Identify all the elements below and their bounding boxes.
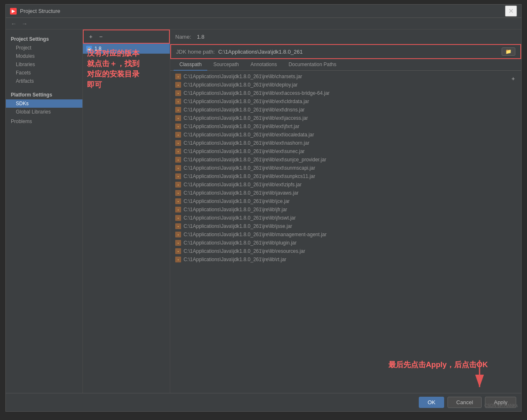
jar-icon: ▪ <box>175 198 181 204</box>
file-item[interactable]: ▪C:\1Applications\Java\jdk1.8.0_261\jre\… <box>170 131 521 139</box>
sidebar-item-modules[interactable]: Modules <box>6 52 82 60</box>
file-item[interactable]: ▪C:\1Applications\Java\jdk1.8.0_261\jre\… <box>170 122 521 131</box>
jar-icon: ▪ <box>175 124 181 129</box>
sidebar-item-project[interactable]: Project <box>6 44 82 52</box>
jdk-path-label: JDK home path: <box>176 49 215 55</box>
jar-icon: ▪ <box>175 207 181 212</box>
sidebar-item-global-libraries[interactable]: Global Libraries <box>6 108 82 116</box>
forward-button[interactable]: → <box>20 20 29 28</box>
remove-sdk-button[interactable]: − <box>96 32 105 41</box>
content-area: Project Settings Project Modules Librari… <box>6 30 521 393</box>
file-path: C:\1Applications\Java\jdk1.8.0_261\jre\l… <box>184 124 299 129</box>
file-item[interactable]: ▪C:\1Applications\Java\jdk1.8.0_261\jre\… <box>170 247 521 255</box>
browse-button[interactable]: 📁 <box>502 47 515 56</box>
jar-icon: ▪ <box>175 165 181 171</box>
sdk-icon: ☕ <box>86 46 92 52</box>
file-item[interactable]: ▪C:\1Applications\Java\jdk1.8.0_261\jre\… <box>170 197 521 205</box>
file-item[interactable]: ▪C:\1Applications\Java\jdk1.8.0_261\jre\… <box>170 97 521 106</box>
file-path: C:\1Applications\Java\jdk1.8.0_261\jre\l… <box>184 148 305 154</box>
ok-button[interactable]: OK <box>419 397 444 408</box>
jar-icon: ▪ <box>175 74 181 79</box>
file-item[interactable]: ▪C:\1Applications\Java\jdk1.8.0_261\jre\… <box>170 139 521 147</box>
sdk-item-1.8[interactable]: ☕ 1.8 <box>83 44 170 54</box>
add-sdk-button[interactable]: + <box>86 32 95 41</box>
sidebar-item-facets[interactable]: Facets <box>6 69 82 77</box>
file-item[interactable]: ▪C:\1Applications\Java\jdk1.8.0_261\jre\… <box>170 72 521 81</box>
file-item[interactable]: ▪C:\1Applications\Java\jdk1.8.0_261\jre\… <box>170 147 521 156</box>
file-path: C:\1Applications\Java\jdk1.8.0_261\jre\l… <box>184 165 315 171</box>
jdk-path-row: JDK home path: C:\1Applications\Java\jdk… <box>170 44 521 59</box>
jar-icon: ▪ <box>175 132 181 138</box>
file-item[interactable]: ▪C:\1Applications\Java\jdk1.8.0_261\jre\… <box>170 81 521 89</box>
file-path: C:\1Applications\Java\jdk1.8.0_261\jre\l… <box>184 223 292 229</box>
jar-icon: ▪ <box>175 157 181 163</box>
file-path: C:\1Applications\Java\jdk1.8.0_261\jre\l… <box>184 240 297 246</box>
file-item[interactable]: ▪C:\1Applications\Java\jdk1.8.0_261\jre\… <box>170 214 521 222</box>
jar-icon: ▪ <box>175 215 181 221</box>
sidebar: Project Settings Project Modules Librari… <box>6 30 83 393</box>
file-item[interactable]: ▪C:\1Applications\Java\jdk1.8.0_261\jre\… <box>170 205 521 214</box>
file-item[interactable]: ▪C:\1Applications\Java\jdk1.8.0_261\jre\… <box>170 239 521 247</box>
file-item[interactable]: ▪C:\1Applications\Java\jdk1.8.0_261\jre\… <box>170 156 521 164</box>
file-list-toolbar: + <box>509 74 518 83</box>
file-item[interactable]: ▪C:\1Applications\Java\jdk1.8.0_261\jre\… <box>170 114 521 122</box>
add-file-button[interactable]: + <box>509 74 518 83</box>
project-structure-dialog: ▶ Project Structure ✕ ← → Project Settin… <box>5 4 522 412</box>
close-button[interactable]: ✕ <box>505 5 517 17</box>
tabs-row: Classpath Sourcepath Annotations Documen… <box>170 59 521 71</box>
sidebar-item-sdks[interactable]: SDKs <box>6 99 82 108</box>
tab-sourcepath[interactable]: Sourcepath <box>207 59 244 71</box>
file-item[interactable]: ▪C:\1Applications\Java\jdk1.8.0_261\jre\… <box>170 222 521 230</box>
tab-documentation-paths[interactable]: Documentation Paths <box>283 59 342 71</box>
file-path: C:\1Applications\Java\jdk1.8.0_261\jre\l… <box>184 157 326 163</box>
file-item[interactable]: ▪C:\1Applications\Java\jdk1.8.0_261\jre\… <box>170 255 521 264</box>
file-item[interactable]: ▪C:\1Applications\Java\jdk1.8.0_261\jre\… <box>170 172 521 180</box>
jdk-path-value: C:\1Applications\Java\jdk1.8.0_261 <box>218 49 497 55</box>
file-path: C:\1Applications\Java\jdk1.8.0_261\jre\l… <box>184 198 290 204</box>
project-settings-label: Project Settings <box>6 35 82 44</box>
jar-icon: ▪ <box>175 232 181 237</box>
cancel-button[interactable]: Cancel <box>447 397 482 408</box>
file-list: ▪C:\1Applications\Java\jdk1.8.0_261\jre\… <box>170 72 521 264</box>
tab-classpath[interactable]: Classpath <box>174 59 207 71</box>
jar-icon: ▪ <box>175 190 181 196</box>
file-item[interactable]: ▪C:\1Applications\Java\jdk1.8.0_261\jre\… <box>170 106 521 114</box>
file-path: C:\1Applications\Java\jdk1.8.0_261\jre\l… <box>184 99 309 104</box>
file-path: C:\1Applications\Java\jdk1.8.0_261\jre\l… <box>184 207 287 212</box>
jar-icon: ▪ <box>175 248 181 254</box>
file-path: C:\1Applications\Java\jdk1.8.0_261\jre\l… <box>184 190 298 196</box>
file-item[interactable]: ▪C:\1Applications\Java\jdk1.8.0_261\jre\… <box>170 164 521 172</box>
right-panel: Name: JDK home path: C:\1Applications\Ja… <box>170 30 521 393</box>
file-path: C:\1Applications\Java\jdk1.8.0_261\jre\l… <box>184 90 330 96</box>
sidebar-item-problems[interactable]: Problems <box>6 116 82 127</box>
sidebar-item-libraries[interactable]: Libraries <box>6 60 82 69</box>
file-path: C:\1Applications\Java\jdk1.8.0_261\jre\l… <box>184 107 305 113</box>
middle-toolbar: + − <box>83 30 170 44</box>
file-item[interactable]: ▪C:\1Applications\Java\jdk1.8.0_261\jre\… <box>170 180 521 189</box>
jar-icon: ▪ <box>175 223 181 229</box>
jar-icon: ▪ <box>175 240 181 246</box>
jar-icon: ▪ <box>175 90 181 96</box>
bottom-bar: OK Cancel Apply <box>6 393 521 411</box>
sidebar-item-artifacts[interactable]: Artifacts <box>6 77 82 85</box>
jar-icon: ▪ <box>175 182 181 188</box>
file-path: C:\1Applications\Java\jdk1.8.0_261\jre\l… <box>184 74 302 79</box>
jar-icon: ▪ <box>175 115 181 121</box>
jar-icon: ▪ <box>175 140 181 146</box>
back-button[interactable]: ← <box>9 20 18 28</box>
file-item[interactable]: ▪C:\1Applications\Java\jdk1.8.0_261\jre\… <box>170 230 521 239</box>
file-path: C:\1Applications\Java\jdk1.8.0_261\jre\l… <box>184 115 308 121</box>
jar-icon: ▪ <box>175 82 181 88</box>
file-path: C:\1Applications\Java\jdk1.8.0_261\jre\l… <box>184 82 298 88</box>
name-input[interactable] <box>195 33 229 41</box>
app-icon: ▶ <box>10 8 17 15</box>
file-path: C:\1Applications\Java\jdk1.8.0_261\jre\l… <box>184 215 296 221</box>
jar-icon: ▪ <box>175 107 181 113</box>
file-path: C:\1Applications\Java\jdk1.8.0_261\jre\l… <box>184 173 315 179</box>
jar-icon: ▪ <box>175 257 181 262</box>
apply-button[interactable]: Apply <box>485 397 516 408</box>
jar-icon: ▪ <box>175 173 181 179</box>
file-item[interactable]: ▪C:\1Applications\Java\jdk1.8.0_261\jre\… <box>170 89 521 97</box>
tab-annotations[interactable]: Annotations <box>245 59 283 71</box>
file-item[interactable]: ▪C:\1Applications\Java\jdk1.8.0_261\jre\… <box>170 189 521 197</box>
